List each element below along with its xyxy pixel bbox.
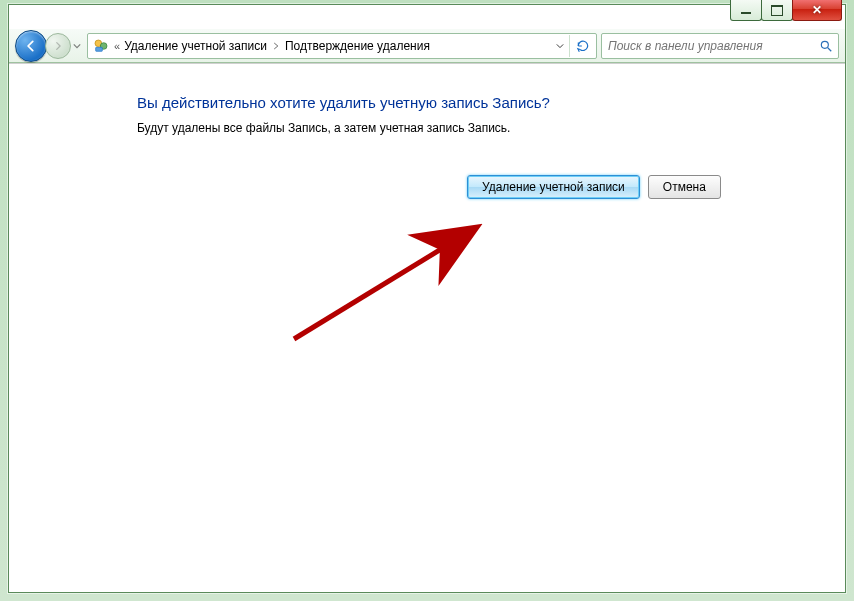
address-bar[interactable]: « Удаление учетной записи Подтверждение …: [87, 33, 597, 59]
forward-button: [45, 33, 71, 59]
close-icon: ✕: [812, 3, 822, 17]
breadcrumb-item-2[interactable]: Подтверждение удаления: [283, 39, 432, 53]
nav-bar: « Удаление учетной записи Подтверждение …: [9, 29, 845, 63]
chevron-down-icon: [556, 42, 564, 50]
search-input[interactable]: [602, 36, 814, 56]
window-frame: « Удаление учетной записи Подтверждение …: [8, 4, 846, 593]
search-icon: [819, 39, 833, 53]
breadcrumb-separator-icon[interactable]: [269, 42, 283, 50]
refresh-icon: [576, 39, 590, 53]
close-button[interactable]: ✕: [792, 0, 842, 21]
back-button[interactable]: [15, 30, 47, 62]
content-pane: Вы действительно хотите удалить учетную …: [9, 63, 845, 592]
maximize-button[interactable]: [761, 0, 793, 21]
page-title: Вы действительно хотите удалить учетную …: [137, 94, 845, 111]
address-dropdown[interactable]: [551, 35, 569, 57]
cancel-button[interactable]: Отмена: [648, 175, 721, 199]
window-controls: ✕: [731, 0, 842, 22]
breadcrumb-item-1[interactable]: Удаление учетной записи: [122, 39, 269, 53]
control-panel-icon: [92, 37, 110, 55]
button-row: Удаление учетной записи Отмена: [467, 175, 845, 199]
search-box[interactable]: [601, 33, 839, 59]
search-button[interactable]: [814, 35, 838, 57]
forward-arrow-icon: [53, 41, 63, 51]
nav-buttons: [15, 30, 83, 62]
minimize-button[interactable]: [730, 0, 762, 21]
svg-rect-2: [96, 47, 103, 51]
svg-line-4: [828, 47, 832, 51]
breadcrumb-overflow-icon[interactable]: «: [114, 40, 120, 52]
nav-history-dropdown[interactable]: [71, 34, 83, 58]
svg-point-3: [821, 41, 828, 48]
annotation-arrow: [279, 214, 499, 354]
delete-account-button[interactable]: Удаление учетной записи: [467, 175, 640, 199]
page-description: Будут удалены все файлы Запись, а затем …: [137, 121, 845, 135]
refresh-button[interactable]: [569, 35, 596, 57]
back-arrow-icon: [24, 39, 38, 53]
chevron-down-icon: [73, 42, 81, 50]
screen: ✕ « Удаление учетной записи: [0, 0, 854, 601]
